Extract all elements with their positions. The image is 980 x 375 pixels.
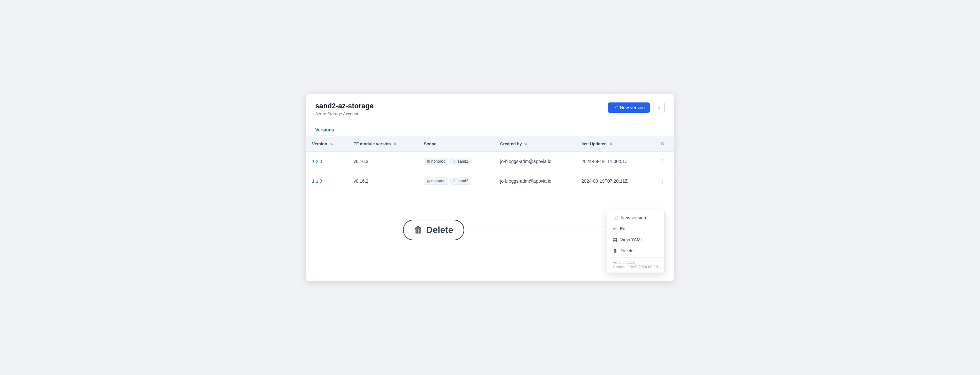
context-new-version-icon: ⎇: [613, 215, 618, 220]
table-header-row: Version ⇅ TF module version ⇅ Scope Crea…: [306, 136, 674, 152]
modal-body: Version ⇅ TF module version ⇅ Scope Crea…: [306, 136, 674, 199]
context-menu-edit[interactable]: ✏ Edit: [607, 223, 664, 234]
sort-icon-version: ⇅: [330, 142, 332, 146]
context-delete-label: Delete: [620, 248, 633, 253]
context-delete-icon: 🗑: [613, 248, 617, 253]
context-edit-icon: ✏: [613, 226, 617, 231]
new-version-button[interactable]: ⎇ New version: [608, 102, 650, 113]
col-scope: Scope: [418, 136, 495, 152]
project-icon-2: ⬡: [453, 179, 457, 183]
table-row: 1.2.0 v0.16.3 ▦ nonprod ⬡ sand2: [306, 151, 674, 171]
delete-callout-label: Delete: [426, 225, 453, 235]
modal-title-group: sand2-az-storage Azure Storage Account: [315, 102, 374, 116]
cell-version-1: 1.2.0: [306, 151, 348, 171]
callout-arrow: [464, 230, 612, 230]
project-icon-1: ⬡: [453, 159, 457, 163]
more-button-1[interactable]: ⋮: [656, 157, 668, 166]
cell-scope-1: ▦ nonprod ⬡ sand2: [418, 151, 495, 171]
scope-badges-2: ▦ nonprod ⬡ sand2: [424, 178, 489, 184]
cell-tf-version-1: v0.16.3: [348, 151, 418, 171]
delete-oval: 🗑 Delete: [403, 220, 464, 240]
context-menu-delete[interactable]: 🗑 Delete: [607, 245, 664, 256]
col-refresh[interactable]: ↻: [651, 136, 674, 152]
refresh-icon[interactable]: ↻: [660, 141, 664, 146]
context-menu: ⎇ New version ✏ Edit ▤ View YAML 🗑 Delet…: [607, 210, 665, 273]
scope-badges-1: ▦ nonprod ⬡ sand2: [424, 158, 489, 165]
context-menu-view-yaml[interactable]: ▤ View YAML: [607, 234, 664, 245]
cell-scope-2: ▦ nonprod ⬡ sand2: [418, 171, 495, 191]
env-icon-2: ▦: [427, 179, 430, 183]
more-button-2[interactable]: ⋮: [656, 176, 668, 186]
modal-container: sand2-az-storage Azure Storage Account ⎇…: [306, 94, 674, 281]
context-edit-label: Edit: [620, 226, 628, 231]
modal-title: sand2-az-storage: [315, 102, 374, 110]
cell-actions-2: ⋮: [651, 171, 674, 191]
context-yaml-label: View YAML: [620, 237, 643, 242]
cell-created-by-1: jo-bloggs-adm@appvia.io: [494, 151, 576, 171]
table-row: 1.1.0 v0.16.2 ▦ nonprod ⬡ sand2: [306, 171, 674, 191]
tab-versions[interactable]: Versions: [315, 124, 334, 136]
col-tf-module[interactable]: TF module version ⇅: [348, 136, 418, 152]
versions-table: Version ⇅ TF module version ⇅ Scope Crea…: [306, 136, 674, 191]
cell-version-2: 1.1.0: [306, 171, 348, 191]
context-menu-footer: Version 1.1.0 Created 19/09/2024 08:20: [607, 257, 664, 271]
close-icon: ×: [657, 104, 661, 111]
modal-tabs: Versions: [306, 124, 674, 136]
sort-icon-updated: ⇅: [609, 142, 612, 146]
delete-callout-icon: 🗑: [414, 225, 422, 235]
cell-actions-1: ⋮: [651, 151, 674, 171]
sort-icon-created: ⇅: [524, 142, 527, 146]
col-created-by[interactable]: Created by ⇅: [494, 136, 576, 152]
context-yaml-icon: ▤: [613, 237, 617, 242]
cell-last-updated-2: 2024-09-19T07:20:11Z: [576, 171, 651, 191]
new-version-icon: ⎇: [613, 105, 618, 110]
col-version[interactable]: Version ⇅: [306, 136, 348, 152]
new-version-label: New version: [620, 105, 645, 110]
cell-last-updated-1: 2024-09-19T11:00:51Z: [576, 151, 651, 171]
version-link-2[interactable]: 1.1.0: [312, 178, 322, 184]
context-footer-line2: Created 19/09/2024 08:20: [613, 265, 659, 269]
cell-tf-version-2: v0.16.2: [348, 171, 418, 191]
cell-created-by-2: jo-bloggs-adm@appvia.io: [494, 171, 576, 191]
context-new-version-label: New version: [621, 215, 646, 220]
badge-project-1: ⬡ sand2: [450, 158, 471, 165]
env-icon-1: ▦: [427, 159, 430, 163]
context-footer-line1: Version 1.1.0: [613, 260, 659, 265]
modal-actions: ⎇ New version ×: [608, 102, 665, 113]
sort-icon-tf: ⇅: [393, 142, 396, 146]
col-last-updated[interactable]: last Updated ⇅: [576, 136, 651, 152]
modal-header: sand2-az-storage Azure Storage Account ⎇…: [306, 94, 674, 121]
modal-subtitle: Azure Storage Account: [315, 111, 374, 116]
badge-env-2: ▦ nonprod: [424, 178, 449, 184]
version-link-1[interactable]: 1.2.0: [312, 159, 322, 164]
close-button[interactable]: ×: [653, 102, 665, 113]
badge-env-1: ▦ nonprod: [424, 158, 449, 165]
context-menu-new-version[interactable]: ⎇ New version: [607, 212, 664, 223]
delete-callout: 🗑 Delete: [403, 220, 612, 240]
badge-project-2: ⬡ sand2: [450, 178, 471, 184]
